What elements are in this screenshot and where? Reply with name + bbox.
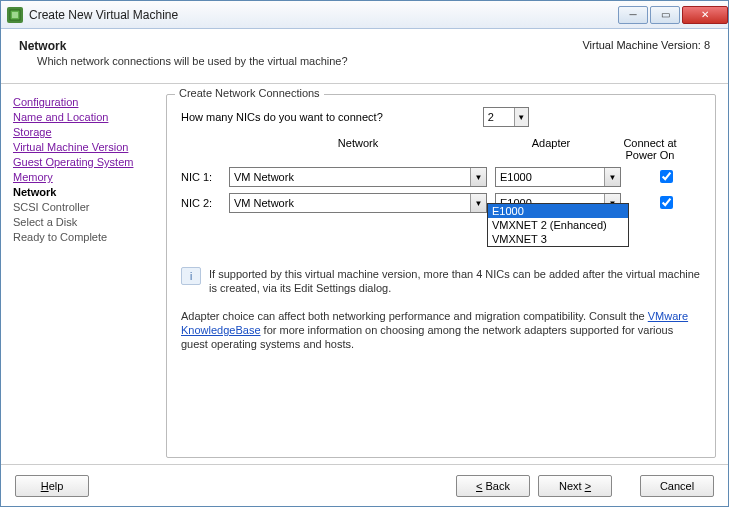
help-button[interactable]: Help [15, 475, 89, 497]
nic-count-label: How many NICs do you want to connect? [181, 111, 383, 123]
nic1-label: NIC 1: [181, 171, 229, 183]
sidebar-item-memory[interactable]: Memory [13, 171, 158, 183]
sidebar-item-vm-version[interactable]: Virtual Machine Version [13, 141, 158, 153]
sidebar-item-network: Network [13, 186, 158, 198]
back-button[interactable]: < Back [456, 475, 530, 497]
dropdown-arrow-icon[interactable]: ▼ [514, 108, 528, 126]
sidebar-item-guest-os[interactable]: Guest Operating System [13, 156, 158, 168]
titlebar[interactable]: Create New Virtual Machine ─ ▭ ✕ [1, 1, 728, 29]
nic-count-spinner[interactable]: 2 ▼ [483, 107, 529, 127]
adapter-option[interactable]: VMXNET 3 [488, 232, 628, 246]
dropdown-arrow-icon: ▼ [604, 168, 620, 186]
column-network: Network [229, 137, 487, 161]
nic1-connect-checkbox[interactable] [660, 170, 673, 183]
sidebar-item-scsi: SCSI Controller [13, 201, 158, 213]
page-title: Network [19, 39, 582, 53]
adapter-option[interactable]: E1000 [488, 204, 628, 218]
info-icon: i [181, 267, 201, 285]
sidebar-item-ready: Ready to Complete [13, 231, 158, 243]
network-panel: Create Network Connections How many NICs… [166, 94, 716, 458]
nic2-network-select[interactable]: VM Network ▼ [229, 193, 487, 213]
nic-count-value: 2 [488, 111, 494, 123]
maximize-button[interactable]: ▭ [650, 6, 680, 24]
sidebar-item-name-location[interactable]: Name and Location [13, 111, 158, 123]
column-connect: Connect atPower On [615, 137, 685, 161]
dropdown-arrow-icon: ▼ [470, 168, 486, 186]
sidebar-item-configuration[interactable]: Configuration [13, 96, 158, 108]
nic1-adapter-select[interactable]: E1000 ▼ [495, 167, 621, 187]
dialog-window: Create New Virtual Machine ─ ▭ ✕ Network… [0, 0, 729, 507]
adapter-note: Adapter choice can affect both networkin… [181, 309, 701, 351]
svg-rect-1 [12, 12, 18, 18]
nic2-connect-checkbox[interactable] [660, 196, 673, 209]
nic-row-1: NIC 1: VM Network ▼ E1000 ▼ [181, 167, 701, 187]
sidebar-item-select-disk: Select a Disk [13, 216, 158, 228]
vm-version-label: Virtual Machine Version: 8 [582, 39, 710, 67]
minimize-button[interactable]: ─ [618, 6, 648, 24]
next-button[interactable]: Next > [538, 475, 612, 497]
wizard-footer: Help < Back Next > Cancel [1, 464, 728, 506]
window-title: Create New Virtual Machine [29, 8, 618, 22]
groupbox-legend: Create Network Connections [175, 87, 324, 99]
adapter-dropdown-list[interactable]: E1000 VMXNET 2 (Enhanced) VMXNET 3 [487, 203, 629, 247]
app-icon [7, 7, 23, 23]
nic2-label: NIC 2: [181, 197, 229, 209]
adapter-option[interactable]: VMXNET 2 (Enhanced) [488, 218, 628, 232]
close-button[interactable]: ✕ [682, 6, 728, 24]
wizard-header: Network Which network connections will b… [1, 29, 728, 84]
dropdown-arrow-icon: ▼ [470, 194, 486, 212]
sidebar-item-storage[interactable]: Storage [13, 126, 158, 138]
nic1-network-select[interactable]: VM Network ▼ [229, 167, 487, 187]
cancel-button[interactable]: Cancel [640, 475, 714, 497]
wizard-steps: Configuration Name and Location Storage … [13, 94, 158, 458]
column-adapter: Adapter [487, 137, 615, 161]
page-subtitle: Which network connections will be used b… [37, 55, 582, 67]
info-text: If supported by this virtual machine ver… [209, 267, 701, 295]
